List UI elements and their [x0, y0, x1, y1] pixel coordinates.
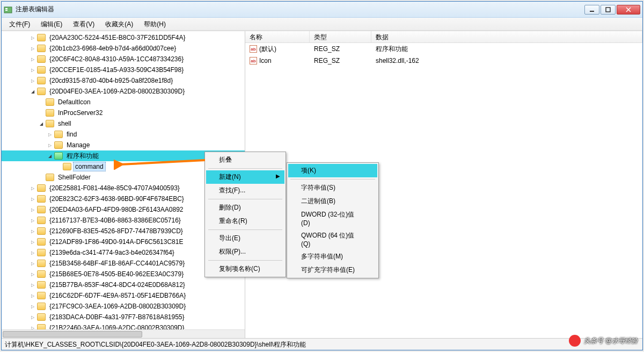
titlebar[interactable]: 注册表编辑器	[2, 2, 642, 18]
expand-icon[interactable]	[38, 120, 45, 127]
ctx-rename[interactable]: 重命名(R)	[206, 214, 284, 228]
tree-node-label: command	[74, 162, 105, 171]
ctx-new-dword[interactable]: DWORD (32-位)值(D)	[288, 208, 377, 229]
folder-icon	[63, 163, 71, 170]
string-value-icon: ab	[250, 45, 257, 53]
ctx-collapse[interactable]: 折叠	[206, 153, 284, 167]
menu-file[interactable]: 文件(F)	[4, 18, 35, 30]
expand-icon[interactable]	[30, 45, 36, 52]
watermark: 头条号 @水哥经验	[569, 335, 638, 347]
ctx-export[interactable]: 导出(E)	[206, 232, 284, 245]
tree-node-label: {21167137-B7E3-40B6-8863-8386E8C05716}	[48, 216, 182, 225]
expand-icon[interactable]	[30, 77, 36, 84]
expand-icon[interactable]	[30, 67, 36, 73]
expand-icon[interactable]	[30, 185, 36, 191]
ctx-delete[interactable]: 删除(D)	[206, 201, 284, 214]
expand-icon[interactable]	[30, 196, 36, 202]
window-controls	[584, 5, 640, 15]
tree-node[interactable]: {20D04FE0-3AEA-1069-A2D8-08002B30309D}	[2, 86, 245, 97]
tree-node[interactable]: {215B77BA-853F-48C4-8DC4-024E0D68A812}	[2, 279, 245, 290]
expand-icon[interactable]	[30, 228, 36, 234]
folder-icon	[46, 174, 54, 181]
menu-favorites[interactable]: 收藏夹(A)	[100, 18, 138, 30]
maximize-button[interactable]	[601, 5, 616, 15]
tree-node[interactable]: shell	[2, 118, 245, 129]
menu-view[interactable]: 查看(V)	[68, 18, 100, 30]
tree-node[interactable]: InProcServer32	[2, 107, 245, 118]
tree-node-label: {20E25881-F081-448e-85C9-4707A9400593}	[48, 184, 181, 192]
tree-node-label: {216C62DF-6D7F-4E9A-8571-05F14EDB766A}	[48, 291, 187, 300]
ctx-new-string[interactable]: 字符串值(S)	[288, 181, 377, 195]
ctx-new[interactable]: 新建(N)▶	[206, 170, 284, 184]
expand-icon[interactable]	[30, 271, 36, 277]
minimize-button[interactable]	[584, 5, 599, 15]
tree-node[interactable]: {20b1cb23-6968-4eb9-b7d4-a66d00d07cee}	[2, 43, 245, 54]
menu-help[interactable]: 帮助(H)	[138, 18, 171, 30]
tree-node[interactable]: {21B22460-3AEA-1069-A2DC-08002B30309D}	[2, 322, 245, 329]
tree-node[interactable]: {20CCEF1E-0185-41a5-A933-509C43B54F98}	[2, 64, 245, 75]
folder-icon	[37, 324, 46, 329]
scrollbar-thumb[interactable]	[3, 331, 142, 337]
expand-icon	[55, 163, 62, 170]
expand-icon[interactable]	[30, 206, 36, 213]
expand-icon[interactable]	[30, 325, 36, 329]
folder-icon	[37, 292, 46, 299]
col-data[interactable]: 数据	[371, 31, 642, 42]
ctx-new-binary[interactable]: 二进制值(B)	[288, 195, 377, 208]
separator	[208, 199, 282, 199]
tree-node-label: InProcServer32	[56, 109, 104, 117]
menu-edit[interactable]: 编辑(E)	[35, 18, 68, 30]
svg-rect-2	[5, 10, 8, 11]
close-button[interactable]	[617, 5, 640, 15]
expand-icon[interactable]	[47, 131, 53, 138]
tree-node[interactable]: Manage	[2, 140, 245, 150]
horizontal-scrollbar[interactable]	[2, 329, 245, 338]
tree-node-label: {20C6F4C2-80A8-4310-A59A-1CC487334236}	[48, 55, 185, 63]
expand-icon[interactable]	[30, 303, 36, 310]
ctx-new-key[interactable]: 项(K)	[288, 164, 377, 177]
tree-node[interactable]: {216C62DF-6D7F-4E9A-8571-05F14EDB766A}	[2, 290, 245, 301]
tree-node[interactable]: {20cd9315-87d0-40b4-b925-0a8f208e1f8d}	[2, 75, 245, 86]
expand-icon[interactable]	[30, 239, 36, 245]
tree-node[interactable]: {217FC9C0-3AEA-1069-A2DB-08002B30309D}	[2, 301, 245, 312]
tree-node[interactable]: {20C6F4C2-80A8-4310-A59A-1CC487334236}	[2, 54, 245, 64]
expand-icon[interactable]	[30, 34, 36, 41]
ctx-find[interactable]: 查找(F)...	[206, 184, 284, 197]
ctx-copy-key-name[interactable]: 复制项名称(C)	[206, 262, 284, 276]
tree-node-label: {212690FB-83E5-4526-8FD7-74478B7939CD}	[48, 227, 185, 235]
ctx-new-expand[interactable]: 可扩充字符串值(E)	[288, 263, 377, 277]
tree-node-label: ShellFolder	[56, 173, 92, 182]
folder-icon	[37, 66, 46, 74]
folder-icon	[37, 260, 46, 267]
ctx-permissions[interactable]: 权限(P)...	[206, 245, 284, 258]
separator	[208, 168, 282, 169]
list-row[interactable]: ab(默认)REG_SZ程序和功能	[245, 43, 642, 55]
col-type[interactable]: 类型	[310, 31, 371, 42]
ctx-new-qword[interactable]: QWORD (64 位)值(Q)	[288, 229, 377, 250]
folder-icon	[37, 303, 46, 310]
svg-rect-4	[606, 8, 610, 12]
expand-icon[interactable]	[47, 153, 53, 159]
list-row[interactable]: abIconREG_SZshell32.dll,-162	[245, 55, 642, 67]
expand-icon[interactable]	[30, 217, 36, 224]
expand-icon[interactable]	[30, 314, 36, 320]
folder-icon	[37, 217, 46, 224]
expand-icon[interactable]	[30, 88, 36, 95]
list-header[interactable]: 名称 类型 数据	[245, 31, 642, 43]
expand-icon[interactable]	[30, 260, 36, 267]
expand-icon[interactable]	[30, 282, 36, 288]
expand-icon[interactable]	[30, 56, 36, 62]
folder-icon	[37, 55, 46, 63]
tree-node-label: {2139e6da-c341-4774-9ac3-b4e026347f64}	[48, 248, 176, 257]
tree-node[interactable]: DefaultIcon	[2, 97, 245, 107]
ctx-new-multi[interactable]: 多字符串值(M)	[288, 250, 377, 263]
tree-node[interactable]: {20AA230C-5224-451E-B8C0-37F261DD5F4A}	[2, 32, 245, 43]
value-name: (默认)	[259, 45, 276, 54]
expand-icon[interactable]	[47, 142, 53, 148]
expand-icon[interactable]	[30, 249, 36, 256]
col-name[interactable]: 名称	[245, 31, 310, 42]
tree-node[interactable]: {2183DACA-D0BF-4a31-97F7-B87618A81955}	[2, 312, 245, 322]
watermark-logo-icon	[569, 335, 581, 347]
expand-icon[interactable]	[30, 292, 36, 299]
tree-node[interactable]: find	[2, 129, 245, 140]
